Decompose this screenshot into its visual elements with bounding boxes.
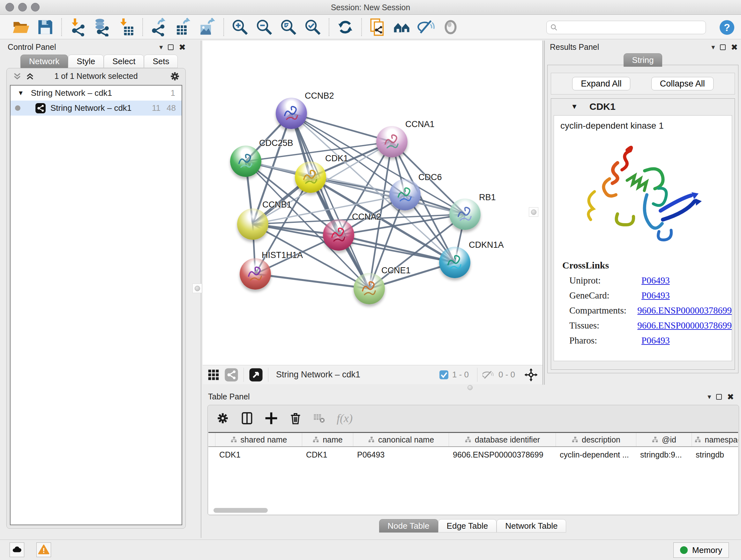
panel-menu-icon[interactable]: ▾ bbox=[711, 44, 715, 51]
tab-string[interactable]: String bbox=[623, 53, 663, 67]
import-table-icon[interactable] bbox=[116, 17, 137, 37]
column-header-canonical-name[interactable]: canonical name bbox=[353, 433, 449, 446]
network-node-rb1[interactable] bbox=[449, 199, 481, 230]
network-canvas[interactable]: CCNB2 CCNA1 CDC25B CDK1 CDC6 bbox=[203, 41, 542, 365]
network-node-ccnb2[interactable] bbox=[276, 98, 307, 129]
show-columns-icon[interactable] bbox=[240, 412, 254, 425]
refresh-icon[interactable] bbox=[335, 17, 355, 37]
grid-view-icon[interactable] bbox=[207, 368, 220, 381]
table-cell[interactable]: 9606.ENSP00000378699 bbox=[449, 448, 556, 462]
column-header-database-identifier[interactable]: database identifier bbox=[449, 433, 556, 446]
network-node-ccna1[interactable] bbox=[376, 126, 408, 158]
column-header-shared-name[interactable]: shared name bbox=[215, 433, 302, 446]
network-node-ccnb1[interactable] bbox=[237, 208, 268, 240]
table-cell[interactable]: CDK1 bbox=[302, 448, 353, 462]
horizontal-splitter-handle[interactable] bbox=[468, 385, 473, 390]
tab-node-table[interactable]: Node Table bbox=[379, 519, 438, 533]
zoom-fit-icon[interactable] bbox=[278, 17, 299, 37]
node-table[interactable]: shared namenamecanonical namedatabase id… bbox=[208, 432, 738, 514]
string-view-icon[interactable] bbox=[224, 368, 239, 382]
network-node-ccne1[interactable] bbox=[354, 273, 385, 304]
cloud-icon[interactable] bbox=[10, 543, 24, 557]
zoom-out-icon[interactable] bbox=[254, 17, 274, 37]
node-label-cdc6: CDC6 bbox=[418, 172, 442, 182]
save-session-icon[interactable] bbox=[35, 17, 56, 37]
crosslink-uniprot[interactable]: P06493 bbox=[642, 275, 670, 286]
network-node-cdc25b[interactable] bbox=[230, 145, 261, 177]
panel-menu-icon[interactable]: ▾ bbox=[159, 44, 163, 51]
panel-menu-icon[interactable]: ▾ bbox=[708, 393, 711, 400]
right-splitter[interactable] bbox=[542, 41, 545, 385]
crosslink-tissues[interactable]: 9606.ENSP00000378699 bbox=[637, 320, 732, 331]
birdseye-icon[interactable] bbox=[441, 17, 461, 37]
warning-icon[interactable] bbox=[37, 543, 51, 557]
open-session-icon[interactable] bbox=[11, 17, 31, 37]
crosslink-pharos[interactable]: P06493 bbox=[642, 335, 670, 346]
tab-network[interactable]: Network bbox=[20, 55, 68, 68]
table-cell[interactable]: CDK1 bbox=[215, 448, 302, 462]
expand-all-button[interactable]: Expand All bbox=[572, 77, 630, 90]
tab-network-table[interactable]: Network Table bbox=[496, 519, 566, 533]
home-icon[interactable] bbox=[392, 17, 412, 37]
results-panel-title: Results Panel bbox=[550, 43, 599, 52]
selected-checkbox-icon[interactable] bbox=[439, 370, 449, 380]
tab-sets[interactable]: Sets bbox=[144, 55, 178, 68]
add-column-icon[interactable] bbox=[265, 412, 278, 425]
column-header--id[interactable]: @id bbox=[636, 433, 692, 446]
network-node-ccna2[interactable] bbox=[323, 219, 354, 251]
tab-select[interactable]: Select bbox=[104, 55, 144, 68]
network-node-cdkn1a[interactable] bbox=[439, 247, 470, 278]
horizontal-scrollbar[interactable] bbox=[213, 508, 268, 513]
crosslink-compartments[interactable]: 9606.ENSP00000378699 bbox=[637, 305, 732, 316]
open-in-window-icon[interactable] bbox=[249, 368, 263, 382]
network-node-count: 11 bbox=[152, 103, 160, 113]
close-panel-icon[interactable]: ✖ bbox=[727, 393, 734, 401]
help-icon[interactable]: ? bbox=[720, 20, 734, 35]
table-cell[interactable]: stringdb bbox=[692, 448, 738, 462]
table-cell[interactable]: P06493 bbox=[353, 448, 449, 462]
memory-button[interactable]: Memory bbox=[673, 543, 729, 558]
network-node-cdc6[interactable] bbox=[389, 179, 421, 210]
left-splitter-handle[interactable] bbox=[192, 284, 202, 293]
table-row[interactable]: CDK1CDK1P064939606.ENSP00000378699cyclin… bbox=[208, 448, 738, 462]
close-panel-icon[interactable]: ✖ bbox=[179, 43, 186, 51]
delete-column-icon[interactable] bbox=[289, 412, 302, 425]
gear-icon[interactable] bbox=[216, 412, 229, 425]
zoom-selected-icon[interactable] bbox=[302, 17, 323, 37]
clone-network-icon[interactable] bbox=[367, 17, 388, 37]
network-row[interactable]: String Network – cdk1 11 48 bbox=[10, 101, 182, 116]
export-table-icon[interactable] bbox=[173, 17, 193, 37]
column-header-name[interactable]: name bbox=[302, 433, 353, 446]
close-panel-icon[interactable]: ✖ bbox=[731, 43, 738, 51]
float-panel-icon[interactable] bbox=[720, 44, 726, 50]
column-header-description[interactable]: description bbox=[556, 433, 636, 446]
crosslink-genecard[interactable]: P06493 bbox=[642, 290, 670, 301]
hide-graphics-icon[interactable] bbox=[416, 17, 436, 37]
tab-edge-table[interactable]: Edge Table bbox=[438, 519, 497, 533]
entry-expander-icon[interactable]: ▼ bbox=[571, 103, 578, 111]
network-node-cdk1[interactable] bbox=[295, 162, 326, 193]
gear-icon[interactable] bbox=[170, 71, 180, 82]
network-collection-row[interactable]: ▼ String Network – cdk1 1 bbox=[10, 85, 182, 101]
gene-entry-header[interactable]: ▼ CDK1 bbox=[551, 99, 735, 115]
column-type-icon bbox=[230, 436, 238, 443]
table-cell[interactable]: cyclin-dependent ... bbox=[556, 448, 636, 462]
float-panel-icon[interactable] bbox=[168, 44, 174, 50]
import-network-file-icon[interactable] bbox=[68, 17, 88, 37]
function-builder-icon: f(x) bbox=[337, 412, 353, 425]
export-network-icon[interactable] bbox=[149, 17, 169, 37]
right-splitter-handle[interactable] bbox=[529, 207, 538, 217]
network-node-hist1h1a[interactable] bbox=[240, 258, 271, 290]
network-edge[interactable] bbox=[255, 274, 369, 289]
import-network-database-icon[interactable] bbox=[92, 17, 112, 37]
search-input[interactable] bbox=[558, 23, 698, 32]
collapse-all-button[interactable]: Collapse All bbox=[651, 77, 714, 90]
tab-style[interactable]: Style bbox=[68, 55, 104, 68]
column-header-namespac[interactable]: namespac bbox=[692, 433, 738, 446]
collection-expander-icon[interactable]: ▼ bbox=[17, 89, 24, 97]
birdseye-toggle-icon[interactable] bbox=[524, 368, 538, 382]
zoom-in-icon[interactable] bbox=[230, 17, 250, 37]
export-image-icon[interactable] bbox=[197, 17, 218, 37]
table-cell[interactable]: stringdb:9... bbox=[636, 448, 692, 462]
float-panel-icon[interactable] bbox=[716, 394, 722, 400]
